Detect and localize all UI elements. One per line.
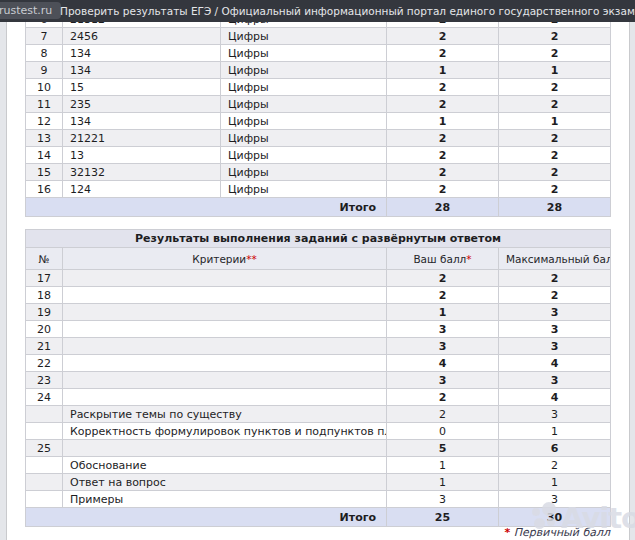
- table-row: 23 3 3: [26, 372, 611, 389]
- table-row: 13 21221 Цифры 2 2: [26, 130, 611, 147]
- cell-criteria: [63, 440, 387, 457]
- cell-your-score: 2: [387, 389, 499, 406]
- table-row: 19 1 3: [26, 304, 611, 321]
- cell-task-num: 19: [26, 304, 63, 321]
- cell-task-num: [26, 474, 63, 491]
- cell-answer-type: Цифры: [221, 62, 387, 79]
- table-header-row: № Критерии** Ваш балл* Максимальный балл…: [26, 248, 611, 270]
- cell-task-num: [26, 457, 63, 474]
- cell-your-score: 3: [387, 372, 499, 389]
- cell-your-score: 5: [387, 440, 499, 457]
- cell-answer-type: Цифры: [221, 113, 387, 130]
- table-row: 18 2 2: [26, 287, 611, 304]
- cell-max-score: 2: [499, 457, 611, 474]
- cell-criteria: [63, 304, 387, 321]
- cell-task-num: 18: [26, 287, 63, 304]
- cell-max-score: 1: [499, 423, 611, 440]
- cell-max-score: 1: [499, 474, 611, 491]
- total-max-score: 28: [499, 198, 611, 217]
- cell-answer-type: Цифры: [221, 79, 387, 96]
- cell-max-score: 3: [499, 321, 611, 338]
- cell-your-score: 3: [387, 338, 499, 355]
- cell-task-num: 22: [26, 355, 63, 372]
- table-row: 20 3 3: [26, 321, 611, 338]
- cell-your-score: 2: [387, 45, 499, 62]
- cell-your-score: 2: [387, 287, 499, 304]
- cell-max-score: 2: [499, 45, 611, 62]
- cell-max-score: 3: [499, 406, 611, 423]
- cell-criteria: Корректность формулировок пунктов и подп…: [63, 423, 387, 440]
- table-total-row: Итого 28 28: [26, 198, 611, 217]
- cell-answer-type: Цифры: [221, 147, 387, 164]
- cell-criteria: Раскрытие темы по существу: [63, 406, 387, 423]
- cell-criteria: Обоснование: [63, 457, 387, 474]
- cell-answer: 134: [63, 45, 221, 62]
- cell-task-num: [26, 406, 63, 423]
- header-max-label: Максимальный балл: [506, 253, 611, 265]
- cell-task-num: 23: [26, 372, 63, 389]
- cell-task-num: 9: [26, 62, 63, 79]
- header-criteria-label: Критерии: [192, 253, 246, 265]
- table-row: 8 134 Цифры 2 2: [26, 45, 611, 62]
- cell-max-score: 6: [499, 440, 611, 457]
- window-edge-right: [629, 22, 635, 540]
- cell-task-num: 10: [26, 79, 63, 96]
- table-row: 17 2 2: [26, 270, 611, 287]
- cell-your-score: 4: [387, 355, 499, 372]
- cell-your-score: 1: [387, 113, 499, 130]
- header-your-label: Ваш балл: [413, 253, 466, 265]
- cell-task-num: 25: [26, 440, 63, 457]
- browser-titlebar: rustest.ru Проверить результаты ЕГЭ / Оф…: [0, 0, 635, 22]
- table-row: 7 2456 Цифры 2 2: [26, 28, 611, 45]
- cell-task-num: 11: [26, 96, 63, 113]
- cell-your-score: 1: [387, 457, 499, 474]
- cell-task-num: [26, 423, 63, 440]
- primary-score-footnote: * Первичный балл: [25, 526, 610, 539]
- cell-criteria: Ответ на вопрос: [63, 474, 387, 491]
- total-label: Итого: [26, 198, 387, 217]
- cell-your-score: 2: [387, 181, 499, 198]
- cell-max-score: 3: [499, 372, 611, 389]
- total-label: Итого: [26, 508, 387, 527]
- table-row: 14 13 Цифры 2 2: [26, 147, 611, 164]
- short-answer-results-table: 6 21312 Цифры 2 2 7 2456 Цифры 2 2 8 134…: [25, 10, 611, 217]
- cell-task-num: 24: [26, 389, 63, 406]
- cell-your-score: 3: [387, 321, 499, 338]
- cell-max-score: 2: [499, 287, 611, 304]
- cell-answer-type: Цифры: [221, 181, 387, 198]
- cell-answer-type: Цифры: [221, 28, 387, 45]
- window-edge-left: [0, 22, 7, 540]
- cell-max-score: 2: [499, 147, 611, 164]
- table-row: 12 134 Цифры 1 1: [26, 113, 611, 130]
- header-num: №: [26, 248, 63, 270]
- cell-criteria: [63, 270, 387, 287]
- cell-max-score: 2: [499, 181, 611, 198]
- cell-task-num: [26, 491, 63, 508]
- cell-task-num: 8: [26, 45, 63, 62]
- cell-max-score: 2: [499, 28, 611, 45]
- header-criteria: Критерии**: [63, 248, 387, 270]
- footnote-text: Первичный балл: [510, 526, 610, 539]
- table-row-criterion: Примеры 3 3: [26, 491, 611, 508]
- cell-your-score: 1: [387, 304, 499, 321]
- table-row: 16 124 Цифры 2 2: [26, 181, 611, 198]
- cell-task-num: 16: [26, 181, 63, 198]
- table-row-criterion: Обоснование 1 2: [26, 457, 611, 474]
- table-row: 11 235 Цифры 2 2: [26, 96, 611, 113]
- cell-criteria: [63, 321, 387, 338]
- cell-your-score: 2: [387, 79, 499, 96]
- cell-your-score: 1: [387, 474, 499, 491]
- site-address-chip[interactable]: rustest.ru: [0, 2, 61, 19]
- header-your-score: Ваш балл*: [387, 248, 499, 270]
- cell-criteria: [63, 355, 387, 372]
- table-row-criterion: Корректность формулировок пунктов и подп…: [26, 423, 611, 440]
- table-title-row: Результаты выполнения заданий с развёрну…: [26, 230, 611, 248]
- cell-max-score: 3: [499, 338, 611, 355]
- cell-answer: 124: [63, 181, 221, 198]
- criteria-asterisks: **: [246, 253, 257, 265]
- cell-answer: 134: [63, 62, 221, 79]
- page-title: Проверить результаты ЕГЭ / Официальный и…: [60, 4, 635, 18]
- cell-criteria: [63, 372, 387, 389]
- cell-your-score: 2: [387, 147, 499, 164]
- table-title: Результаты выполнения заданий с развёрну…: [26, 230, 611, 248]
